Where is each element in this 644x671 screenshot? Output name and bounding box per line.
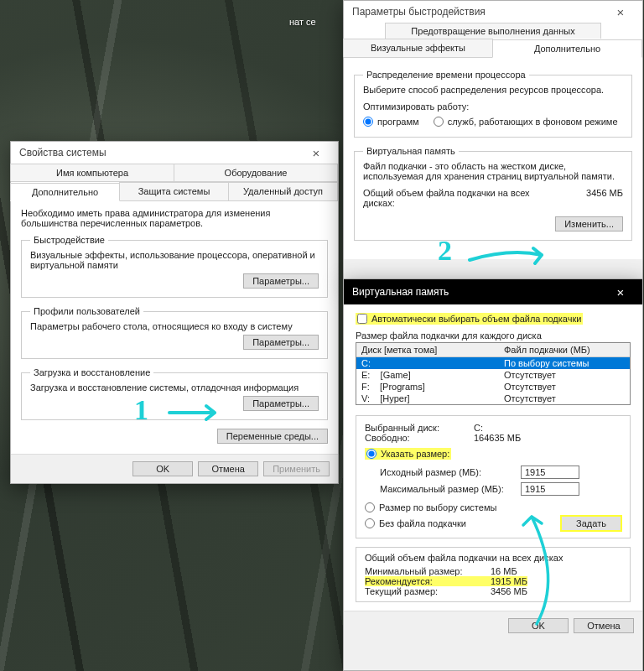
rec-label: Рекомендуется: bbox=[365, 576, 491, 586]
env-vars-button[interactable]: Переменные среды... bbox=[217, 429, 328, 444]
free-value: 164635 МБ bbox=[474, 433, 521, 443]
scheduling-group: Распределение времени процессора Выберит… bbox=[354, 70, 632, 138]
drive-list[interactable]: Диск [метка тома] Файл подкачки (МБ) C: … bbox=[356, 342, 631, 405]
tab-hardware[interactable]: Оборудование bbox=[174, 164, 338, 181]
titlebar[interactable]: Виртуальная память × bbox=[344, 279, 642, 304]
radio-system-input[interactable] bbox=[365, 502, 375, 512]
tab-computer-name[interactable]: Имя компьютера bbox=[10, 164, 174, 181]
cur-value: 3456 МБ bbox=[491, 586, 527, 596]
boot-text: Загрузка и восстановление системы, отлад… bbox=[30, 382, 319, 393]
radio-no-pagefile[interactable]: Без файла подкачки bbox=[365, 518, 561, 528]
vm-text: Файл подкачки - это область на жестком д… bbox=[363, 161, 623, 181]
performance-text: Визуальные эффекты, использование процес… bbox=[30, 250, 319, 270]
radio-programs-input[interactable] bbox=[363, 117, 373, 127]
min-value: 16 МБ bbox=[491, 566, 517, 576]
free-label: Свободно: bbox=[365, 433, 474, 443]
min-label: Минимальный размер: bbox=[365, 566, 491, 576]
optimize-label: Оптимизировать работу: bbox=[363, 101, 623, 112]
vm-change-button[interactable]: Изменить... bbox=[555, 216, 623, 231]
vm-total-value: 3456 МБ bbox=[586, 188, 623, 208]
scheduling-legend: Распределение времени процессора bbox=[363, 70, 529, 80]
radio-services-input[interactable] bbox=[434, 117, 444, 127]
col-disk: Диск [метка тома] bbox=[356, 343, 499, 356]
tab-advanced[interactable]: Дополнительно bbox=[10, 183, 120, 201]
titlebar[interactable]: Свойства системы × bbox=[11, 142, 338, 164]
selected-drive-value: C: bbox=[474, 423, 483, 433]
performance-options-window: Параметры быстродействия × Предотвращени… bbox=[343, 0, 643, 283]
tab-protection[interactable]: Защита системы bbox=[119, 182, 229, 200]
system-properties-window: Свойства системы × Имя компьютера Оборуд… bbox=[10, 141, 339, 484]
auto-manage-checkbox[interactable]: Автоматически выбирать объем файла подка… bbox=[356, 313, 583, 325]
drive-row[interactable]: C: По выбору системы bbox=[356, 357, 630, 369]
profiles-text: Параметры рабочего стола, относящиеся ко… bbox=[30, 321, 319, 331]
vm-total-label: Общий объем файла подкачки на всех диска… bbox=[363, 188, 539, 208]
col-pagefile: Файл подкачки (МБ) bbox=[499, 343, 630, 356]
vm-group: Виртуальная память Файл подкачки - это о… bbox=[354, 146, 632, 241]
performance-group: Быстродействие Визуальные эффекты, испол… bbox=[21, 235, 328, 298]
radio-none-input[interactable] bbox=[365, 518, 375, 528]
totals-legend: Общий объем файла подкачки на всех диска… bbox=[365, 553, 621, 563]
window-title: Виртуальная память bbox=[352, 286, 604, 298]
cancel-button[interactable]: Отмена bbox=[574, 618, 634, 633]
radio-custom-size[interactable]: Указать размер: bbox=[365, 448, 451, 460]
drive-row[interactable]: E: [Game]Отсутствует bbox=[356, 369, 630, 381]
initial-size-label: Исходный размер (МБ): bbox=[380, 467, 521, 477]
initial-size-input[interactable]: 1915 bbox=[521, 466, 579, 479]
titlebar[interactable]: Параметры быстродействия × bbox=[344, 1, 642, 23]
tab-visual-effects[interactable]: Визуальные эффекты bbox=[343, 39, 493, 57]
profiles-group: Профили пользователей Параметры рабочего… bbox=[21, 306, 328, 359]
close-icon[interactable]: × bbox=[604, 5, 637, 19]
each-drive-label: Размер файла подкачки для каждого диска bbox=[356, 330, 631, 341]
tab-advanced[interactable]: Дополнительно bbox=[492, 39, 642, 58]
set-button[interactable]: Задать bbox=[561, 516, 621, 531]
radio-programs[interactable]: программ bbox=[363, 117, 419, 127]
boot-group: Загрузка и восстановление Загрузка и вос… bbox=[21, 367, 328, 420]
scheduling-text: Выберите способ распределения ресурсов п… bbox=[363, 85, 623, 95]
ok-button[interactable]: OK bbox=[132, 461, 193, 476]
drive-row[interactable]: V: [Hyper]Отсутствует bbox=[356, 393, 630, 404]
profiles-settings-button[interactable]: Параметры... bbox=[243, 335, 319, 350]
performance-legend: Быстродействие bbox=[30, 235, 108, 245]
window-title: Свойства системы bbox=[19, 147, 299, 159]
auto-manage-input[interactable] bbox=[357, 314, 367, 324]
cur-label: Текущий размер: bbox=[365, 586, 491, 596]
max-size-input[interactable]: 1915 bbox=[521, 482, 579, 496]
ok-button[interactable]: OK bbox=[508, 618, 569, 633]
rec-value: 1915 МБ bbox=[491, 576, 527, 586]
desktop-overlay-text: нат се bbox=[289, 17, 316, 27]
max-size-label: Максимальный размер (МБ): bbox=[380, 484, 521, 494]
selected-drive-label: Выбранный диск: bbox=[365, 423, 474, 433]
boot-settings-button[interactable]: Параметры... bbox=[243, 396, 319, 411]
tab-dep[interactable]: Предотвращение выполнения данных bbox=[385, 23, 600, 39]
close-icon[interactable]: × bbox=[299, 146, 333, 160]
drive-row[interactable]: F: [Programs]Отсутствует bbox=[356, 381, 630, 393]
tabs-row1: Имя компьютера Оборудование bbox=[11, 164, 338, 182]
vm-legend: Виртуальная память bbox=[363, 146, 459, 156]
cancel-button[interactable]: Отмена bbox=[198, 461, 258, 476]
profiles-legend: Профили пользователей bbox=[30, 306, 143, 316]
boot-legend: Загрузка и восстановление bbox=[30, 367, 153, 377]
tab-remote[interactable]: Удаленный доступ bbox=[228, 182, 338, 200]
window-title: Параметры быстродействия bbox=[352, 6, 604, 18]
close-icon[interactable]: × bbox=[604, 285, 637, 299]
apply-button[interactable]: Применить bbox=[263, 461, 330, 476]
radio-system-managed[interactable]: Размер по выбору системы bbox=[365, 502, 621, 512]
admin-note: Необходимо иметь права администратора дл… bbox=[21, 208, 328, 228]
virtual-memory-window: Виртуальная память × Автоматически выбир… bbox=[343, 278, 643, 671]
tabs-row2: Дополнительно Защита системы Удаленный д… bbox=[11, 182, 338, 201]
tabs: Визуальные эффекты Дополнительно bbox=[344, 39, 642, 58]
radio-custom-input[interactable] bbox=[366, 449, 377, 459]
radio-services[interactable]: служб, работающих в фоновом режиме bbox=[434, 117, 618, 127]
performance-settings-button[interactable]: Параметры... bbox=[243, 273, 319, 289]
